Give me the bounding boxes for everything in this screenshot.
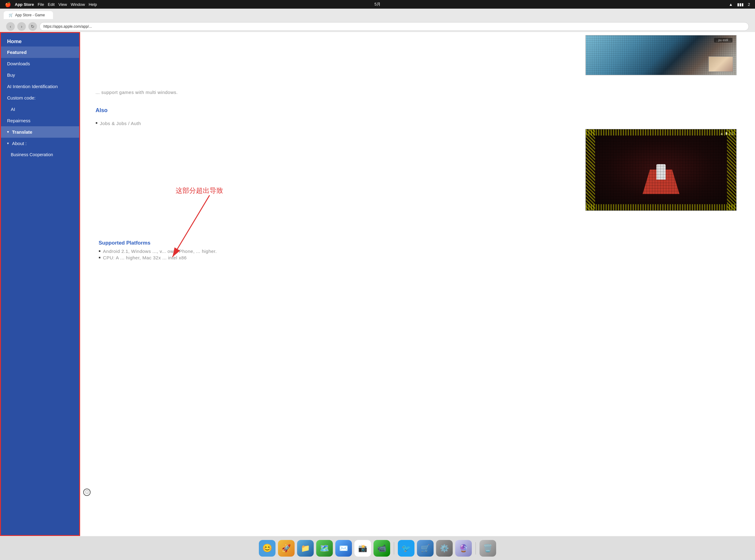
page-content: Home Featured Downloads Buy AI Intention… (0, 32, 755, 536)
translate-arrow-icon: ▾ (7, 130, 9, 134)
dock-files[interactable]: 📁 (297, 540, 314, 557)
sidebar-ai-label: AI Intention Identification (7, 84, 58, 89)
back-button[interactable]: ‹ (6, 22, 15, 31)
main-content-area: ...pu estil... ... support games with mu… (80, 32, 755, 536)
tab-favicon: 🛒 (8, 13, 13, 17)
address-bar[interactable] (39, 22, 749, 31)
menubar-window[interactable]: Window (71, 2, 85, 7)
dock-photos[interactable]: 📸 (354, 540, 371, 557)
sidebar-translate-label: Translate (12, 129, 32, 135)
dock-facetime[interactable]: 📹 (373, 540, 390, 557)
dock-appstore[interactable]: 🛒 (417, 540, 433, 557)
sidebar-item-buy[interactable]: Buy (1, 69, 79, 81)
dock-separator-2 (476, 542, 476, 555)
screenshot-overlay-text: ...pu estil... (714, 38, 733, 42)
dock-mail[interactable]: ✉️ (335, 540, 352, 557)
sidebar-item-repairness[interactable]: Repairness (1, 115, 79, 126)
battery-icon: ▮▮▮ (737, 2, 743, 7)
browser-tabs: 🛒 App Store - Game (4, 11, 751, 19)
sidebar-repairness-label: Repairness (7, 118, 31, 123)
dock-launchpad[interactable]: 🚀 (278, 540, 295, 557)
tab-label: App Store - Game (15, 13, 45, 17)
game-character-element (656, 164, 666, 180)
sidebar-item-business[interactable]: Business Cooperation (1, 149, 79, 160)
menubar-edit[interactable]: Edit (48, 2, 55, 7)
sidebar-item-featured[interactable]: Featured (1, 46, 79, 58)
about-arrow-icon: ▾ (7, 141, 9, 145)
annotation-arrow-svg (167, 180, 228, 272)
sidebar-ai2-label: AI (11, 106, 15, 112)
clock-display: 2 (748, 2, 750, 7)
sidebar-item-about[interactable]: ▾ About : (1, 138, 79, 149)
info-icon[interactable]: ⓘ (83, 488, 91, 496)
svg-line-1 (173, 195, 210, 257)
dock-trash[interactable]: 🗑️ (480, 540, 496, 557)
menubar-app-name: App Store (15, 2, 34, 7)
sidebar-business-label: Business Cooperation (11, 152, 53, 157)
forward-button[interactable]: › (17, 22, 26, 31)
screenshot-top-image: ...pu estil... (585, 35, 736, 75)
menubar-date: 5月 (374, 2, 381, 7)
sidebar-downloads-label: Downloads (7, 61, 30, 66)
dock-maps[interactable]: 🗺️ (316, 540, 333, 557)
screenshot-game-image: ▲ ▮ 2:1 (585, 129, 736, 211)
refresh-button[interactable]: ↻ (28, 22, 37, 31)
menubar-file[interactable]: File (38, 2, 44, 7)
dock-system-prefs[interactable]: ⚙️ (436, 540, 453, 557)
sidebar-item-downloads[interactable]: Downloads (1, 58, 79, 69)
menubar-help[interactable]: Help (89, 2, 97, 7)
sidebar-item-home[interactable]: Home (1, 35, 79, 46)
sidebar-buy-label: Buy (7, 73, 15, 78)
dock-separator (394, 542, 394, 555)
app-window: 🛒 App Store - Game ‹ › ↻ Home Featured D… (0, 8, 755, 536)
list-item-jobs: Jobs & Jobs / Auth (96, 120, 311, 127)
menubar-view[interactable]: View (58, 2, 67, 7)
dock-finder[interactable]: 😊 (259, 540, 275, 557)
macos-dock: 😊 🚀 📁 🗺️ ✉️ 📸 📹 🐦 🛒 ⚙️ 🔮 🗑️ (0, 536, 755, 560)
also-label: Also (96, 106, 108, 115)
wifi-icon: ▲ (729, 2, 733, 7)
apple-logo-icon: 🍎 (5, 2, 11, 7)
sidebar-featured-label: Featured (7, 49, 26, 55)
dock-twitter[interactable]: 🐦 (398, 540, 414, 557)
menubar-status-icons: ▲ ▮▮▮ 2 (729, 2, 750, 7)
content-body: ... support games with multi windows. Al… (96, 89, 311, 127)
sidebar-custom-label: Custom code: (7, 95, 36, 100)
sidebar: Home Featured Downloads Buy AI Intention… (0, 32, 80, 536)
sidebar-item-ai2[interactable]: AI (1, 103, 79, 115)
top-description: ... support games with multi windows. (96, 89, 311, 96)
dock-extra-1[interactable]: 🔮 (455, 540, 472, 557)
sidebar-item-ai-intention[interactable]: AI Intention Identification (1, 81, 79, 92)
sidebar-about-label: About : (12, 141, 27, 146)
browser-toolbar: ‹ › ↻ (4, 21, 751, 32)
browser-chrome: 🛒 App Store - Game ‹ › ↻ (0, 8, 755, 32)
browser-tab-active[interactable]: 🛒 App Store - Game (4, 11, 53, 19)
macos-menubar: 🍎 App Store File Edit View Window Help 5… (0, 0, 755, 8)
jobs-item-text: Jobs & Jobs / Auth (100, 120, 141, 127)
sidebar-item-custom-code[interactable]: Custom code: (1, 92, 79, 103)
sidebar-item-translate[interactable]: ▾ Translate (1, 126, 79, 138)
